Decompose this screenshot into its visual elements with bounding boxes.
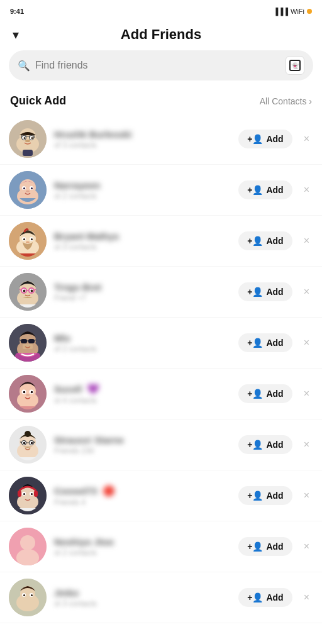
add-friend-button[interactable]: +👤 Add bbox=[238, 435, 292, 454]
page-header: ▾ Add Friends bbox=[0, 20, 322, 50]
avatar bbox=[9, 324, 47, 362]
time-display: 9:41 bbox=[10, 8, 24, 15]
search-bar: 🔍 👻 bbox=[9, 50, 313, 80]
add-friend-button[interactable]: +👤 Add bbox=[238, 384, 292, 403]
svg-point-73 bbox=[31, 594, 33, 596]
svg-point-62 bbox=[23, 493, 25, 495]
all-contacts-link[interactable]: All Contacts › bbox=[260, 96, 312, 106]
svg-rect-8 bbox=[23, 150, 33, 156]
svg-point-22 bbox=[23, 238, 25, 240]
add-label: Add bbox=[266, 134, 283, 144]
add-label: Add bbox=[266, 287, 283, 297]
add-friend-button[interactable]: +👤 Add bbox=[238, 231, 292, 250]
friend-info: Mlo of 2 contacts bbox=[54, 333, 231, 353]
friend-info: Noshiyo Jtoo ot 2 contacts bbox=[54, 536, 231, 557]
add-person-icon: +👤 bbox=[247, 236, 263, 246]
friend-name: Jmko bbox=[54, 587, 231, 598]
friend-sub: Friend +7 bbox=[54, 294, 231, 303]
add-friend-button[interactable]: +👤 Add bbox=[238, 282, 292, 301]
add-person-icon: +👤 bbox=[247, 592, 263, 602]
add-person-icon: +👤 bbox=[247, 389, 263, 399]
svg-rect-36 bbox=[28, 339, 35, 343]
svg-point-46 bbox=[26, 394, 30, 396]
friend-item: Narrayeen ot 2 contacts +👤 Add × bbox=[0, 165, 322, 216]
search-container: 🔍 👻 bbox=[0, 50, 322, 89]
dismiss-button[interactable]: × bbox=[300, 182, 313, 198]
friend-name: Bryant Mathys bbox=[54, 231, 231, 242]
friend-sub: ot 2 contacts bbox=[54, 548, 231, 557]
svg-point-63 bbox=[31, 493, 33, 495]
add-person-icon: +👤 bbox=[247, 134, 263, 144]
svg-point-54 bbox=[31, 442, 33, 445]
quick-add-header: Quick Add All Contacts › bbox=[0, 89, 322, 114]
snapcode-button[interactable]: 👻 bbox=[286, 56, 304, 75]
friend-item: Mlo of 2 contacts +👤 Add × bbox=[0, 318, 322, 369]
dismiss-button[interactable]: × bbox=[300, 284, 313, 300]
svg-point-24 bbox=[26, 242, 30, 243]
avatar bbox=[9, 222, 47, 260]
add-friend-button[interactable]: +👤 Add bbox=[238, 130, 292, 148]
avatar bbox=[9, 528, 47, 565]
add-person-icon: +👤 bbox=[247, 338, 263, 348]
dismiss-button[interactable]: × bbox=[300, 131, 313, 147]
collapse-chevron[interactable]: ▾ bbox=[13, 27, 19, 42]
friend-item: Sucell 💜 ot 4 contacts +👤 Add × bbox=[0, 369, 322, 419]
dismiss-button[interactable]: × bbox=[300, 233, 313, 249]
friend-info: Narrayeen ot 2 contacts bbox=[54, 180, 231, 201]
friend-item: Strauss! Starne Friends 230 +👤 Add × bbox=[0, 419, 322, 470]
wifi-icon: WiFi bbox=[291, 8, 304, 15]
friend-info: Strauss! Starne Friends 230 bbox=[54, 435, 231, 455]
svg-rect-38 bbox=[15, 353, 40, 362]
avatar bbox=[9, 375, 47, 413]
friend-info: Trngs Bret Friend +7 bbox=[54, 282, 231, 303]
svg-point-16 bbox=[26, 191, 30, 192]
friend-info: Bryant Mathys ot 3 contacts bbox=[54, 231, 231, 252]
add-label: Add bbox=[266, 592, 283, 602]
svg-rect-35 bbox=[21, 339, 27, 343]
search-input[interactable] bbox=[35, 60, 280, 71]
friend-item: Bryant Mathys ot 3 contacts +👤 Add × bbox=[0, 216, 322, 267]
svg-point-53 bbox=[23, 442, 26, 445]
friend-name: Noshiyo Jtoo bbox=[54, 536, 231, 547]
add-person-icon: +👤 bbox=[247, 440, 263, 450]
friend-item: Noshiyo Jtoo ot 2 contacts +👤 Add × bbox=[0, 521, 322, 572]
friend-name: Trngs Bret bbox=[54, 282, 231, 292]
dismiss-button[interactable]: × bbox=[300, 436, 313, 453]
avatar bbox=[9, 426, 47, 464]
friend-item: Cooool73 🔴 Friends 4 +👤 Add × bbox=[0, 470, 322, 521]
dismiss-button[interactable]: × bbox=[300, 335, 313, 351]
add-friend-button[interactable]: +👤 Add bbox=[238, 180, 292, 199]
friend-name: Narrayeen bbox=[54, 180, 231, 191]
friend-sub: Friends 230 bbox=[54, 447, 231, 455]
dismiss-button[interactable]: × bbox=[300, 386, 313, 402]
snapcode-inner-icon: 👻 bbox=[289, 60, 301, 71]
svg-point-5 bbox=[24, 137, 26, 139]
dismiss-button[interactable]: × bbox=[300, 589, 313, 606]
dismiss-button[interactable]: × bbox=[300, 538, 313, 555]
status-icons: ▐▐▐ WiFi bbox=[274, 8, 312, 15]
svg-rect-37 bbox=[23, 344, 33, 349]
friend-list: Hrushk Burlesski of 3 contacts +👤 Add × … bbox=[0, 114, 322, 623]
dismiss-button[interactable]: × bbox=[300, 487, 313, 504]
friend-sub: of 3 contacts bbox=[54, 141, 231, 150]
add-person-icon: +👤 bbox=[247, 185, 263, 195]
avatar bbox=[9, 579, 47, 616]
friend-name: Sucell 💜 bbox=[54, 383, 231, 395]
add-friend-button[interactable]: +👤 Add bbox=[238, 333, 292, 352]
add-friend-button[interactable]: +👤 Add bbox=[238, 486, 292, 505]
add-friend-button[interactable]: +👤 Add bbox=[238, 588, 292, 607]
friend-info: Hrushk Burlesski of 3 contacts bbox=[54, 129, 231, 150]
friend-info: Cooool73 🔴 Friends 4 bbox=[54, 485, 231, 507]
svg-rect-59 bbox=[34, 491, 38, 497]
friend-name: Mlo bbox=[54, 333, 231, 343]
add-label: Add bbox=[266, 541, 283, 552]
svg-point-30 bbox=[23, 290, 26, 292]
avatar bbox=[9, 273, 47, 311]
avatar bbox=[9, 120, 47, 158]
add-friend-button[interactable]: +👤 Add bbox=[238, 537, 292, 556]
friend-sub: ot 4 contacts bbox=[54, 396, 231, 405]
friend-name: Cooool73 🔴 bbox=[54, 485, 231, 497]
friend-sub: of 2 contacts bbox=[54, 345, 231, 353]
friend-name: Strauss! Starne bbox=[54, 435, 231, 445]
quick-add-title: Quick Add bbox=[10, 94, 66, 108]
